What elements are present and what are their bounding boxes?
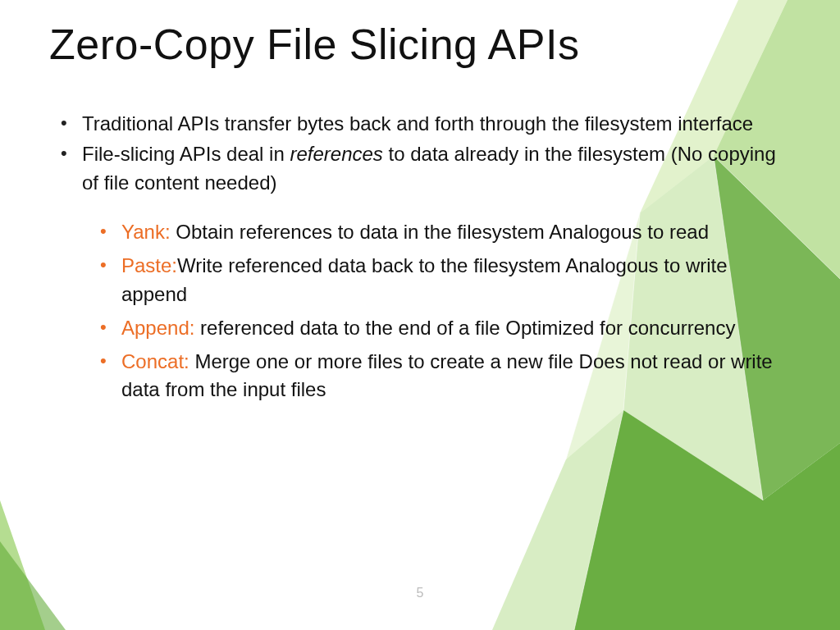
page-number: 5 xyxy=(0,586,840,600)
top-bullet-list: Traditional APIs transfer bytes back and… xyxy=(49,110,791,197)
sub-bullet: Yank: Obtain references to data in the f… xyxy=(98,218,791,247)
term-desc: Merge one or more files to create a new … xyxy=(121,350,773,401)
term-label: Append: xyxy=(121,317,194,339)
term-label: Yank: xyxy=(121,221,171,243)
top-bullet: File-slicing APIs deal in references to … xyxy=(59,140,791,198)
sub-bullet: Concat: Merge one or more files to creat… xyxy=(98,348,791,405)
slide: Zero-Copy File Slicing APIs Traditional … xyxy=(0,0,840,630)
term-label: Paste: xyxy=(121,254,177,276)
svg-marker-0 xyxy=(0,500,45,630)
term-desc: Obtain references to data in the filesys… xyxy=(171,221,709,243)
slide-content: Zero-Copy File Slicing APIs Traditional … xyxy=(49,20,791,404)
sub-bullet: Paste:Write referenced data back to the … xyxy=(98,252,791,309)
sub-bullet: Append: referenced data to the end of a … xyxy=(98,314,791,343)
bullet-text-pre: File-slicing APIs deal in xyxy=(82,143,290,165)
slide-title: Zero-Copy File Slicing APIs xyxy=(49,20,791,69)
bullet-text-em: references xyxy=(290,143,382,165)
top-bullet: Traditional APIs transfer bytes back and… xyxy=(59,110,791,139)
sub-bullet-list: Yank: Obtain references to data in the f… xyxy=(49,218,791,404)
term-desc: referenced data to the end of a file Opt… xyxy=(194,317,735,339)
term-desc: Write referenced data back to the filesy… xyxy=(121,254,728,305)
term-label: Concat: xyxy=(121,350,189,372)
bullet-text: Traditional APIs transfer bytes back and… xyxy=(82,112,753,135)
